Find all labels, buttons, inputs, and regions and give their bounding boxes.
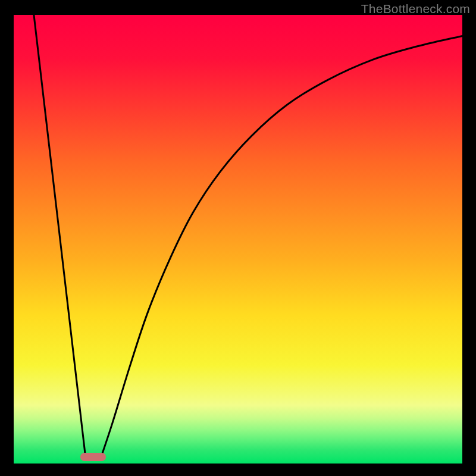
plot-area bbox=[14, 15, 462, 464]
watermark-text: TheBottleneck.com bbox=[361, 2, 470, 16]
chart-curve bbox=[14, 15, 462, 464]
curve-path bbox=[34, 15, 462, 457]
minimum-marker bbox=[80, 453, 107, 461]
